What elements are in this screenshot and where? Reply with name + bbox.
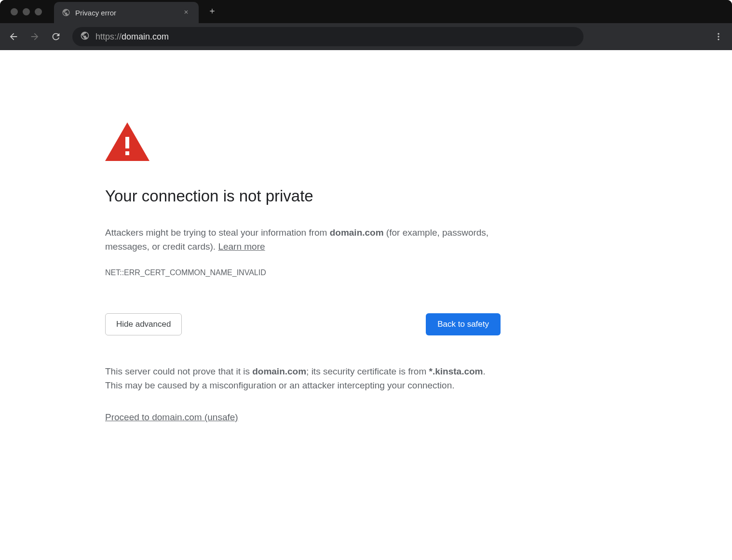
- error-description: Attackers might be trying to steal your …: [105, 226, 501, 254]
- reload-button[interactable]: [47, 28, 65, 45]
- svg-rect-5: [125, 151, 129, 155]
- learn-more-link[interactable]: Learn more: [218, 241, 265, 252]
- error-domain: domain.com: [330, 227, 384, 238]
- browser-chrome: Privacy error: [0, 0, 732, 50]
- page-content: Your connection is not private Attackers…: [0, 50, 732, 423]
- close-tab-button[interactable]: [181, 7, 191, 18]
- titlebar: Privacy error: [0, 0, 732, 23]
- browser-menu-button[interactable]: [710, 28, 727, 45]
- svg-point-0: [718, 33, 719, 35]
- site-info-icon[interactable]: [80, 31, 90, 42]
- forward-button[interactable]: [26, 28, 43, 45]
- url-domain: domain.com: [122, 32, 169, 41]
- advanced-explanation: This server could not prove that it is d…: [105, 364, 501, 393]
- back-button[interactable]: [5, 28, 22, 45]
- warning-triangle-icon: [105, 122, 501, 163]
- ssl-error-container: Your connection is not private Attackers…: [105, 122, 501, 423]
- error-code: NET::ERR_CERT_COMMON_NAME_INVALID: [105, 268, 501, 277]
- browser-toolbar: https://domain.com: [0, 23, 732, 50]
- button-row: Hide advanced Back to safety: [105, 313, 501, 335]
- tab-title: Privacy error: [75, 9, 176, 17]
- hide-advanced-button[interactable]: Hide advanced: [105, 313, 182, 335]
- browser-tab[interactable]: Privacy error: [54, 2, 199, 23]
- window-maximize-button[interactable]: [35, 8, 42, 15]
- error-title: Your connection is not private: [105, 187, 501, 205]
- window-close-button[interactable]: [11, 8, 18, 15]
- new-tab-button[interactable]: [208, 5, 216, 18]
- back-to-safety-button[interactable]: Back to safety: [426, 313, 501, 335]
- svg-rect-4: [125, 137, 129, 148]
- globe-icon: [62, 8, 70, 17]
- url-scheme: https://: [95, 32, 122, 41]
- window-minimize-button[interactable]: [23, 8, 30, 15]
- svg-point-2: [718, 39, 719, 40]
- address-bar[interactable]: https://domain.com: [72, 27, 583, 46]
- url-text: https://domain.com: [95, 32, 169, 42]
- window-controls: [0, 8, 54, 15]
- proceed-unsafe-link[interactable]: Proceed to domain.com (unsafe): [105, 412, 238, 422]
- svg-point-1: [718, 36, 719, 37]
